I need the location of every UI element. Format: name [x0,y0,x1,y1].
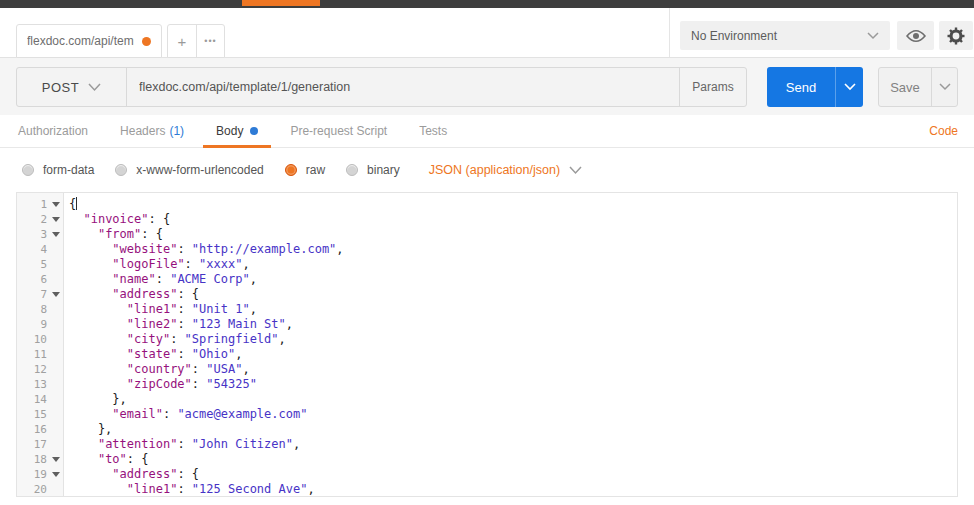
line-number: 16 [17,422,63,437]
tab-actions: + ••• [167,24,225,58]
line-number: 13 [17,377,63,392]
tab-menu-button[interactable]: ••• [196,25,224,57]
fold-arrow-icon[interactable] [52,217,60,222]
line-number: 17 [17,437,63,452]
tab-label: Tests [419,124,447,138]
body-type-row: form-datax-www-form-urlencodedrawbinary … [0,148,974,192]
code-line[interactable]: "attention": "John Citizen", [69,437,957,452]
editor-gutter: 1234567891011121314151617181920 [17,193,64,496]
editor-code[interactable]: { "invoice": { "from": { "website": "htt… [65,193,957,496]
line-number-text: 3 [40,228,47,241]
fold-arrow-icon[interactable] [52,292,60,297]
content-type-select[interactable]: JSON (application/json) [429,163,582,177]
code-line[interactable]: "invoice": { [69,212,957,227]
line-number[interactable]: 1 [17,197,63,212]
line-number: 20 [17,482,63,497]
code-line[interactable]: "state": "Ohio", [69,347,957,362]
line-number: 14 [17,392,63,407]
unsaved-changes-dot-icon [142,37,151,46]
method-select[interactable]: POST [17,68,127,106]
save-options-button[interactable] [931,68,957,106]
code-line[interactable]: "name": "ACME Corp", [69,272,957,287]
code-line[interactable]: "zipCode": "54325" [69,377,957,392]
save-button[interactable]: Save [879,68,931,106]
line-number[interactable]: 7 [17,287,63,302]
code-line[interactable]: "city": "Springfield", [69,332,957,347]
params-button[interactable]: Params [679,68,746,106]
tab-authorization[interactable]: Authorization [5,115,101,147]
code-line[interactable]: "logoFile": "xxxx", [69,257,957,272]
radio-raw[interactable]: raw [285,163,325,177]
tab-headers[interactable]: Headers(1) [107,115,197,147]
radio-form-data[interactable]: form-data [22,163,94,177]
environment-select[interactable]: No Environment [680,21,890,50]
line-number[interactable]: 19 [17,467,63,482]
send-options-button[interactable] [835,67,863,107]
code-link[interactable]: Code [929,115,958,147]
request-tabs-row: AuthorizationHeaders(1)BodyPre-request S… [0,115,974,148]
chevron-down-icon [844,83,856,91]
environment-preview-button[interactable] [897,21,934,50]
line-number-text: 7 [40,288,47,301]
line-number-text: 12 [34,363,47,376]
fold-arrow-icon[interactable] [52,202,60,207]
tab-pre-request-script[interactable]: Pre-request Script [277,115,400,147]
code-line[interactable]: "website": "http://example.com", [69,242,957,257]
line-number-text: 19 [34,468,47,481]
chevron-down-icon [867,32,879,40]
code-line[interactable]: "country": "USA", [69,362,957,377]
line-number-text: 15 [34,408,47,421]
code-line[interactable]: "to": { [69,452,957,467]
body-type-options: form-datax-www-form-urlencodedrawbinary [22,163,421,177]
tab-strip: flexdoc.com/api/temp + ••• [0,8,670,57]
code-line[interactable]: "line1": "Unit 1", [69,302,957,317]
chevron-down-icon [88,83,101,92]
text-cursor [76,197,77,210]
line-number[interactable]: 18 [17,452,63,467]
radio-x-www-form-urlencoded[interactable]: x-www-form-urlencoded [115,163,263,177]
line-number-text: 14 [34,393,47,406]
line-number-text: 20 [34,483,47,496]
fold-arrow-icon[interactable] [52,457,60,462]
tab-label: Authorization [18,124,88,138]
line-number: 8 [17,302,63,317]
code-line[interactable]: }, [69,422,957,437]
code-line[interactable]: "address": { [69,467,957,482]
radio-button-icon [346,164,358,176]
code-line[interactable]: "from": { [69,227,957,242]
request-tab[interactable]: flexdoc.com/api/temp [16,24,162,58]
new-tab-button[interactable]: + [168,25,196,57]
radio-button-icon [285,164,297,176]
tab-tests[interactable]: Tests [406,115,460,147]
radio-binary[interactable]: binary [346,163,400,177]
line-number[interactable]: 3 [17,227,63,242]
gear-icon [947,27,965,45]
tab-body[interactable]: Body [203,115,271,147]
code-line[interactable]: "email": "acme@example.com" [69,407,957,422]
tab-label: Body [216,124,243,138]
send-button[interactable]: Send [767,67,835,107]
fold-arrow-icon[interactable] [52,232,60,237]
line-number-text: 6 [40,273,47,286]
code-line[interactable]: { [69,197,957,212]
code-line[interactable]: }, [69,392,957,407]
line-number: 11 [17,347,63,362]
request-tab-title: flexdoc.com/api/temp [27,34,134,48]
line-number[interactable]: 2 [17,212,63,227]
code-line[interactable]: "line1": "125 Second Ave", [69,482,957,497]
body-editor[interactable]: 1234567891011121314151617181920 { "invoi… [16,192,958,497]
url-input[interactable] [127,68,679,106]
settings-button[interactable] [939,21,973,50]
radio-label: x-www-form-urlencoded [136,163,263,177]
line-number: 15 [17,407,63,422]
tab-label: Pre-request Script [290,124,387,138]
request-tabs: AuthorizationHeaders(1)BodyPre-request S… [0,115,974,147]
code-line[interactable]: "address": { [69,287,957,302]
line-number-text: 18 [34,453,47,466]
radio-label: form-data [43,163,94,177]
line-number-text: 9 [40,318,47,331]
line-number-text: 11 [34,348,47,361]
fold-arrow-icon[interactable] [52,472,60,477]
line-number-text: 16 [34,423,47,436]
code-line[interactable]: "line2": "123 Main St", [69,317,957,332]
